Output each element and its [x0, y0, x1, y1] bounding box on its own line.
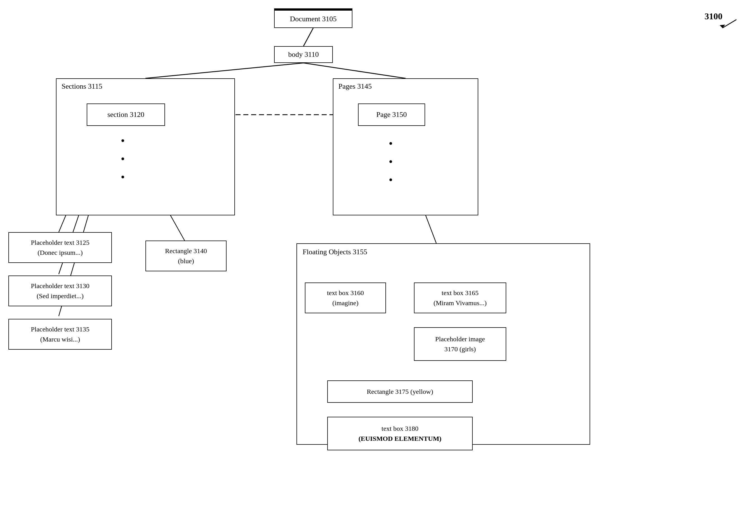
placeholder2-label: Placeholder text 3130 — [31, 281, 89, 291]
placeholder1-node: Placeholder text 3125 (Donec ipsum...) — [8, 232, 112, 263]
section-label: section 3120 — [107, 111, 144, 119]
pages-container: Pages 3145 — [333, 78, 478, 215]
rectangle-blue-node: Rectangle 3140 (blue) — [146, 241, 227, 271]
textbox3-sub: (EUISMOD ELEMENTUM) — [359, 434, 442, 444]
pages-label: Pages 3145 — [338, 82, 372, 91]
page-node: Page 3150 — [358, 103, 425, 126]
sections-dots: • • • — [121, 134, 126, 184]
svg-marker-10 — [720, 25, 725, 28]
svg-line-0 — [304, 28, 313, 46]
placeholder-image-node: Placeholder image 3170 (girls) — [414, 327, 506, 361]
rectangle-yellow-label: Rectangle 3175 (yellow) — [367, 388, 433, 395]
document-label: Document 3105 — [290, 15, 337, 23]
textbox1-node: text box 3160 (imagine) — [305, 282, 386, 313]
body-label: body 3110 — [288, 50, 319, 59]
textbox3-label: text box 3180 — [382, 423, 418, 434]
placeholder1-sub: (Donec ipsum...) — [38, 248, 83, 258]
section-node: section 3120 — [87, 103, 165, 126]
pages-dots: • • • — [389, 137, 394, 187]
placeholder3-sub: (Marcu wisi...) — [40, 334, 80, 344]
textbox2-node: text box 3165 (Miram Vivamus...) — [414, 282, 506, 313]
placeholder-image-sub: 3170 (girls) — [445, 344, 476, 354]
placeholder3-node: Placeholder text 3135 (Marcu wisi...) — [8, 319, 112, 350]
placeholder-image-label: Placeholder image — [435, 334, 485, 344]
svg-line-2 — [304, 63, 406, 78]
placeholder2-sub: (Sed imperdiet...) — [37, 291, 84, 301]
textbox3-node: text box 3180 (EUISMOD ELEMENTUM) — [327, 417, 473, 450]
rectangle-yellow-node: Rectangle 3175 (yellow) — [327, 380, 473, 403]
page-label: Page 3150 — [376, 111, 407, 119]
sections-label: Sections 3115 — [62, 82, 102, 91]
floating-label: Floating Objects 3155 — [303, 248, 367, 256]
body-node: body 3110 — [274, 46, 333, 63]
sections-container: Sections 3115 — [56, 78, 235, 215]
svg-line-1 — [146, 63, 304, 78]
textbox2-sub: (Miram Vivamus...) — [434, 298, 487, 308]
textbox1-sub: (imagine) — [332, 298, 358, 308]
textbox2-label: text box 3165 — [442, 288, 478, 298]
document-node: Document 3105 — [274, 8, 352, 28]
rectangle-blue-label: Rectangle 3140 — [165, 246, 207, 256]
rectangle-blue-sub: (blue) — [178, 256, 194, 266]
textbox1-label: text box 3160 — [327, 288, 364, 298]
placeholder1-label: Placeholder text 3125 — [31, 237, 89, 248]
placeholder3-label: Placeholder text 3135 — [31, 324, 89, 334]
placeholder2-node: Placeholder text 3130 (Sed imperdiet...) — [8, 276, 112, 306]
svg-line-9 — [722, 19, 737, 28]
